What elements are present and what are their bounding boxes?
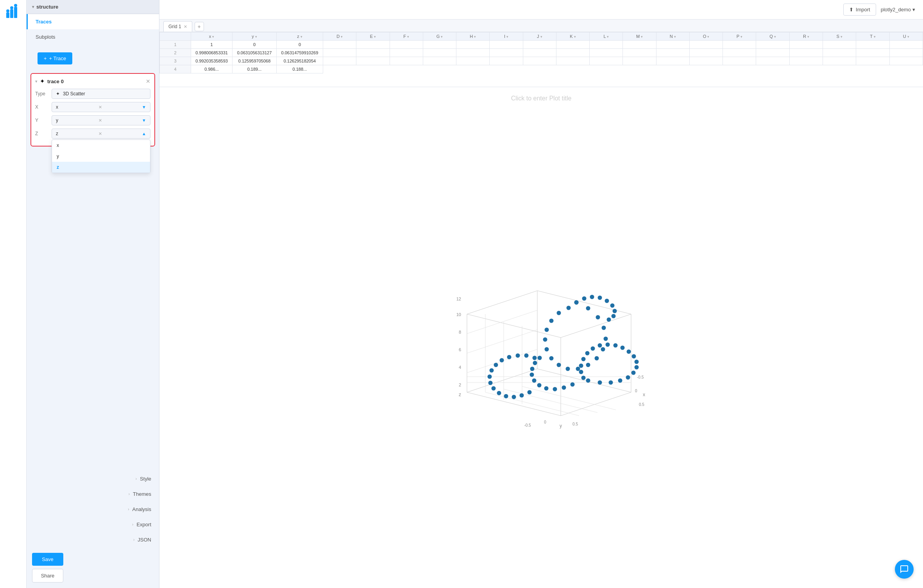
empty-cell[interactable] [689, 57, 723, 65]
sidebar-item-subplots[interactable]: Subplots [27, 29, 159, 45]
col-header-o[interactable]: O ▾ [689, 32, 723, 41]
empty-cell[interactable] [889, 57, 923, 65]
col-header-f[interactable]: F ▾ [390, 32, 423, 41]
empty-cell[interactable] [323, 57, 356, 65]
cell-z-row-1[interactable]: 0 [276, 41, 323, 49]
col-header-d[interactable]: D ▾ [323, 32, 356, 41]
empty-cell[interactable] [323, 49, 356, 57]
empty-cell[interactable] [756, 41, 789, 49]
sidebar-item-analysis[interactable]: › Analysis [27, 502, 159, 517]
empty-cell[interactable] [523, 57, 556, 65]
empty-cell[interactable] [623, 41, 656, 49]
empty-cell[interactable] [456, 41, 490, 49]
plot-title-placeholder[interactable]: Click to enter Plot title [511, 95, 572, 102]
chat-button[interactable] [895, 560, 914, 579]
cell-x-row-2[interactable]: 0.998006853331 [191, 49, 233, 57]
x-arrow-icon[interactable]: ▼ [142, 105, 146, 109]
empty-cell[interactable] [556, 57, 589, 65]
col-header-q[interactable]: Q ▾ [756, 32, 789, 41]
empty-cell[interactable] [889, 41, 923, 49]
empty-cell[interactable] [623, 57, 656, 65]
empty-cell[interactable] [656, 57, 689, 65]
x-select[interactable]: x ✕ ▼ [52, 102, 150, 112]
col-header-n[interactable]: N ▾ [656, 32, 689, 41]
save-button[interactable]: Save [32, 553, 63, 566]
empty-cell[interactable] [789, 49, 823, 57]
grid-tab-1[interactable]: Grid 1 ✕ [163, 21, 192, 32]
empty-cell[interactable] [490, 41, 523, 49]
y-arrow-icon[interactable]: ▼ [142, 118, 146, 123]
empty-cell[interactable] [723, 49, 756, 57]
cell-x-row-3[interactable]: 0.992035358593 [191, 57, 233, 65]
col-header-h[interactable]: H ▾ [456, 32, 490, 41]
col-header-u[interactable]: U ▾ [889, 32, 923, 41]
col-header-k[interactable]: K ▾ [556, 32, 589, 41]
cell-row-4-col-2[interactable]: 0.188... [276, 65, 323, 73]
empty-cell[interactable] [490, 57, 523, 65]
empty-cell[interactable] [689, 49, 723, 57]
empty-cell[interactable] [456, 57, 490, 65]
sidebar-item-themes[interactable]: › Themes [27, 486, 159, 502]
empty-cell[interactable] [556, 41, 589, 49]
cell-y-row-3[interactable]: 0.125959705068 [233, 57, 277, 65]
empty-cell[interactable] [490, 49, 523, 57]
cell-x-row-1[interactable]: 1 [191, 41, 233, 49]
empty-cell[interactable] [756, 57, 789, 65]
empty-cell[interactable] [656, 41, 689, 49]
dropdown-item-y[interactable]: y [52, 151, 150, 162]
empty-cell[interactable] [656, 49, 689, 57]
col-header-t[interactable]: T ▾ [856, 32, 889, 41]
x-clear-icon[interactable]: ✕ [98, 105, 102, 110]
collapse-icon[interactable]: ▾ [35, 79, 38, 84]
cell-row-4-col-0[interactable]: 0.986... [191, 65, 233, 73]
cell-y-row-2[interactable]: 0.0631056313127 [233, 49, 277, 57]
y-clear-icon[interactable]: ✕ [98, 118, 102, 123]
empty-cell[interactable] [756, 49, 789, 57]
add-grid-tab-button[interactable]: + [195, 22, 204, 31]
col-header-z[interactable]: z ▾ [276, 32, 323, 41]
cell-z-row-2[interactable]: 0.06314759910269 [276, 49, 323, 57]
col-header-e[interactable]: E ▾ [356, 32, 390, 41]
trace-type-button[interactable]: ✦ 3D Scatter [52, 89, 150, 99]
empty-cell[interactable] [590, 41, 623, 49]
empty-cell[interactable] [423, 41, 456, 49]
sidebar-item-export[interactable]: › Export [27, 517, 159, 532]
trace-close-icon[interactable]: ✕ [146, 78, 150, 84]
col-header-y[interactable]: y ▾ [233, 32, 277, 41]
empty-cell[interactable] [590, 49, 623, 57]
col-header-p[interactable]: P ▾ [723, 32, 756, 41]
sidebar-item-traces[interactable]: Traces [27, 14, 159, 29]
empty-cell[interactable] [723, 41, 756, 49]
col-header-g[interactable]: G ▾ [423, 32, 456, 41]
empty-cell[interactable] [356, 41, 390, 49]
y-select[interactable]: y ✕ ▼ [52, 115, 150, 125]
empty-cell[interactable] [356, 57, 390, 65]
empty-cell[interactable] [356, 49, 390, 57]
col-header-j[interactable]: J ▾ [523, 32, 556, 41]
empty-cell[interactable] [590, 57, 623, 65]
cell-z-row-3[interactable]: 0.126295182054 [276, 57, 323, 65]
empty-cell[interactable] [623, 49, 656, 57]
col-header-i[interactable]: I ▾ [490, 32, 523, 41]
empty-cell[interactable] [423, 57, 456, 65]
z-arrow-up-icon[interactable]: ▲ [142, 131, 146, 136]
col-header-m[interactable]: M ▾ [623, 32, 656, 41]
empty-cell[interactable] [856, 41, 889, 49]
empty-cell[interactable] [723, 57, 756, 65]
empty-cell[interactable] [856, 49, 889, 57]
empty-cell[interactable] [789, 57, 823, 65]
cell-y-row-1[interactable]: 0 [233, 41, 277, 49]
share-button[interactable]: Share [32, 569, 63, 583]
empty-cell[interactable] [856, 57, 889, 65]
z-select[interactable]: z ✕ ▲ [52, 129, 150, 139]
z-clear-icon[interactable]: ✕ [98, 131, 102, 136]
sidebar-item-json[interactable]: › JSON [27, 532, 159, 547]
grid-tab-close-icon[interactable]: ✕ [184, 24, 187, 29]
col-header-x[interactable]: x ▾ [191, 32, 233, 41]
empty-cell[interactable] [823, 57, 856, 65]
cell-row-4-col-1[interactable]: 0.189... [233, 65, 277, 73]
empty-cell[interactable] [689, 41, 723, 49]
empty-cell[interactable] [889, 49, 923, 57]
col-header-l[interactable]: L ▾ [590, 32, 623, 41]
app-logo[interactable] [5, 4, 21, 21]
